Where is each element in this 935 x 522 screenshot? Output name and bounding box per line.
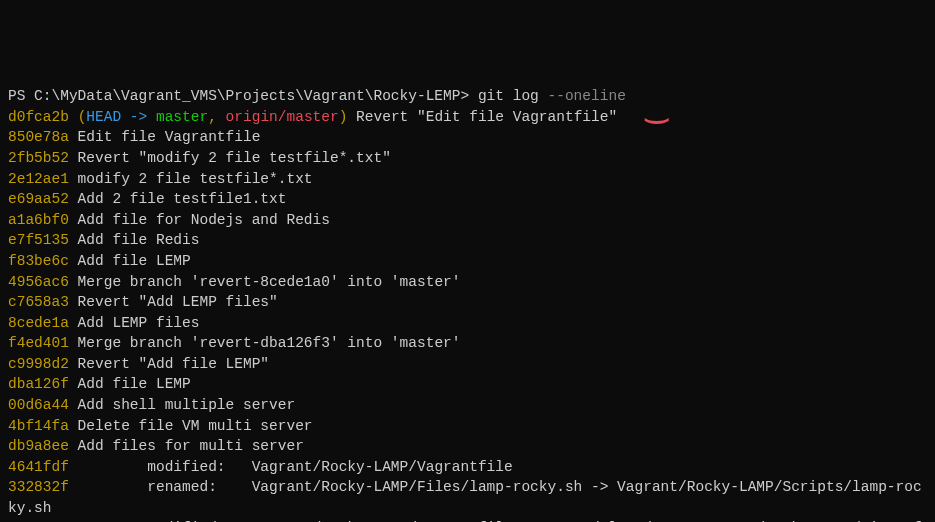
commit-line: f4ed401 Merge branch 'revert-dba126f3' i… (8, 333, 927, 354)
commit-hash: f83be6c (8, 253, 69, 269)
commit-line: 4956ac6 Merge branch 'revert-8cede1a0' i… (8, 272, 927, 293)
commit-line: e69aa52 Add 2 file testfile1.txt (8, 189, 927, 210)
commit-hash: 332832f (8, 479, 69, 495)
commit-message: Delete file VM multi server (69, 418, 313, 434)
commit-hash: 8cede1a (8, 315, 69, 331)
commit-message: Add files for multi server (69, 438, 304, 454)
prompt-cwd: C:\MyData\Vagrant_VMS\Projects\Vagrant\R… (34, 88, 460, 104)
commit-message: Edit file Vagrantfile (69, 129, 260, 145)
commit-hash: 850e78a (8, 129, 69, 145)
ref-sep: , (208, 109, 225, 125)
commit-message: Add file Redis (69, 232, 200, 248)
commit-message: Add file LEMP (69, 253, 191, 269)
commit-message: Add 2 file testfile1.txt (69, 191, 287, 207)
commit-line: 00d6a44 Add shell multiple server (8, 395, 927, 416)
commit-hash: e7f5135 (8, 232, 69, 248)
commit-hash: 00d6a44 (8, 397, 69, 413)
commit-line: db9a8ee Add files for multi server (8, 436, 927, 457)
commit-line: 8cede1a Add LEMP files (8, 313, 927, 334)
commit-line: f83be6c Add file LEMP (8, 251, 927, 272)
commit-message: Add file LEMP (69, 376, 191, 392)
commit-line: 2e12ae1 modify 2 file testfile*.txt (8, 169, 927, 190)
commit-hash: f4ed401 (8, 335, 69, 351)
commit-message: Add file for Nodejs and Redis (69, 212, 330, 228)
commit-message: modify 2 file testfile*.txt (69, 171, 313, 187)
git-log-output: d0fca2b (HEAD -> master, origin/master) … (8, 107, 927, 522)
commit-message: Revert "Add file LEMP" (69, 356, 269, 372)
commit-line: 4bf14fa Delete file VM multi server (8, 416, 927, 437)
commit-hash: c9998d2 (8, 356, 69, 372)
ref-branch-remote: origin/master (226, 109, 339, 125)
commit-hash: 2e12ae1 (8, 171, 69, 187)
prompt-line: PS C:\MyData\Vagrant_VMS\Projects\Vagran… (8, 86, 927, 107)
commit-message: renamed: Vagrant/Rocky-LAMP/Files/lamp-r… (8, 479, 922, 516)
ref-branch-local: master (156, 109, 208, 125)
commit-line: 332832f renamed: Vagrant/Rocky-LAMP/File… (8, 477, 927, 518)
commit-hash: db9a8ee (8, 438, 69, 454)
commit-hash: 4641fdf (8, 459, 69, 475)
commit-message: Merge branch 'revert-dba126f3' into 'mas… (69, 335, 461, 351)
prompt-prefix: PS (8, 88, 34, 104)
commit-hash: dba126f (8, 376, 69, 392)
ref-head: HEAD -> (86, 109, 156, 125)
commit-line: a1a6bf0 Add file for Nodejs and Redis (8, 210, 927, 231)
commit-line: dba126f Add file LEMP (8, 374, 927, 395)
commit-hash: a1a6bf0 (8, 212, 69, 228)
commit-hash: e69aa52 (8, 191, 69, 207)
command: git log (478, 88, 539, 104)
commit-hash: 4956ac6 (8, 274, 69, 290)
commit-line: 229e790 modified: Vagrant/Rocky-LAMP/Vag… (8, 518, 927, 522)
prompt-suffix: > (460, 88, 477, 104)
commit-message: modified: Vagrant/Rocky-LAMP/Vagrantfile (69, 459, 513, 475)
terminal[interactable]: PS C:\MyData\Vagrant_VMS\Projects\Vagran… (8, 86, 927, 522)
command-arg: --oneline (539, 88, 626, 104)
commit-message: Revert "Add LEMP files" (69, 294, 278, 310)
commit-hash: 2fb5b52 (8, 150, 69, 166)
commit-line: c9998d2 Revert "Add file LEMP" (8, 354, 927, 375)
commit-line: d0fca2b (HEAD -> master, origin/master) … (8, 107, 927, 128)
commit-line: 850e78a Edit file Vagrantfile (8, 127, 927, 148)
commit-message: Add shell multiple server (69, 397, 295, 413)
commit-message: Add LEMP files (69, 315, 200, 331)
commit-message: Revert "modify 2 file testfile*.txt" (69, 150, 391, 166)
commit-line: 4641fdf modified: Vagrant/Rocky-LAMP/Vag… (8, 457, 927, 478)
commit-message: Revert "Edit file Vagrantfile" (347, 109, 617, 125)
commit-hash: 4bf14fa (8, 418, 69, 434)
commit-line: 2fb5b52 Revert "modify 2 file testfile*.… (8, 148, 927, 169)
commit-line: c7658a3 Revert "Add LEMP files" (8, 292, 927, 313)
commit-message: Merge branch 'revert-8cede1a0' into 'mas… (69, 274, 461, 290)
commit-hash: c7658a3 (8, 294, 69, 310)
commit-line: e7f5135 Add file Redis (8, 230, 927, 251)
commit-hash: d0fca2b (8, 109, 69, 125)
